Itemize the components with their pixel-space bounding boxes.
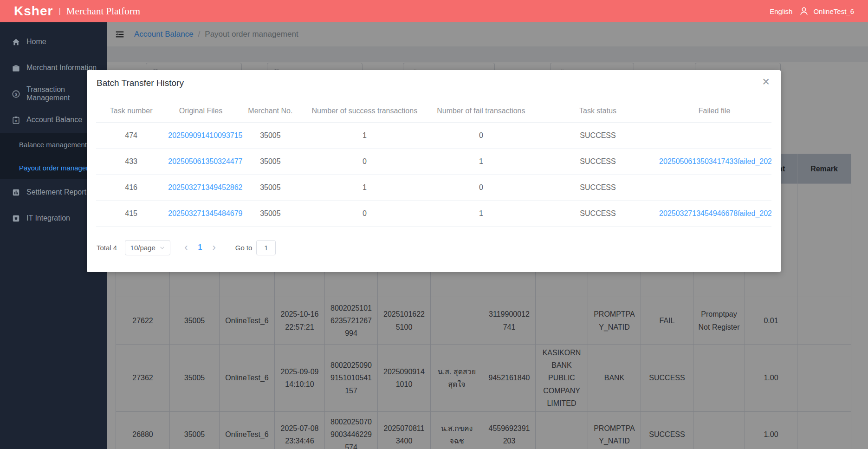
language-selector[interactable]: English	[770, 7, 792, 15]
cell-fail-count: 1	[424, 149, 538, 175]
cell-success-count: 0	[305, 201, 424, 227]
cell-merchant-no: 35005	[235, 123, 305, 149]
cell-original-file: 202509091410093715	[166, 123, 235, 149]
cell-task-status: SUCCESS	[538, 123, 657, 149]
cell-success-count: 0	[305, 149, 424, 175]
sidebar-item-label: Home	[26, 38, 46, 46]
cell-failed-file: 2025032713454946678failed_2025032	[657, 201, 771, 227]
cell-fail-count: 0	[424, 123, 538, 149]
cell-success-count: 1	[305, 175, 424, 201]
top-bar: Ksher | Merchant Platform English Online…	[0, 0, 868, 22]
report-icon	[12, 188, 20, 197]
balance-icon: ¥	[12, 116, 20, 124]
topbar-right: English OnlineTest_6	[770, 6, 854, 16]
cell-success-count: 1	[305, 123, 424, 149]
table-row: 474 202509091410093715 35005 1 0 SUCCESS	[96, 123, 771, 149]
svg-text:$: $	[15, 91, 18, 96]
chevron-down-icon	[159, 245, 165, 251]
batch-transfer-history-modal: Batch Transfer History × Task number Ori…	[87, 70, 781, 272]
sidebar-item-label: Merchant Information	[26, 64, 97, 72]
prev-page-icon[interactable]: ‹	[182, 242, 189, 253]
column-header-original-files: Original Files	[166, 99, 235, 123]
cell-task-number: 433	[96, 149, 166, 175]
page-size-select[interactable]: 10/page	[125, 240, 170, 255]
table-row: 415 202503271345484679 35005 0 1 SUCCESS…	[96, 201, 771, 227]
ksher-logo[interactable]: Ksher	[14, 5, 53, 18]
platform-title: Merchant Platform	[66, 6, 140, 17]
sidebar-item-label: IT Integration	[26, 214, 70, 222]
failed-file-link[interactable]: 2025050613503417433failed_2025050	[659, 157, 771, 165]
original-file-link[interactable]: 202505061350324477	[168, 157, 242, 165]
next-page-icon[interactable]: ›	[210, 242, 217, 253]
sidebar-item-label: Settlement Report	[26, 188, 86, 196]
cell-fail-count: 0	[424, 175, 538, 201]
user-menu[interactable]: OnlineTest_6	[799, 6, 854, 16]
integration-icon	[12, 214, 20, 223]
cell-failed-file	[657, 175, 771, 201]
cell-task-status: SUCCESS	[538, 201, 657, 227]
cell-original-file: 202503271345484679	[166, 201, 235, 227]
goto-label: Go to	[235, 244, 253, 252]
table-row: 416 202503271349452862 35005 1 0 SUCCESS	[96, 175, 771, 201]
cell-task-status: SUCCESS	[538, 149, 657, 175]
modal-title: Batch Transfer History	[97, 78, 184, 88]
merchant-icon	[12, 64, 20, 72]
column-header-success-count: Number of success transactions	[305, 99, 424, 123]
cell-fail-count: 1	[424, 201, 538, 227]
goto-page-input[interactable]	[256, 240, 276, 255]
app-window: Ksher | Merchant Platform English Online…	[0, 0, 868, 449]
column-header-failed-file: Failed file	[657, 99, 771, 123]
pagination-total: Total 4	[97, 244, 117, 252]
sidebar-subitem-label: Balance management	[19, 141, 87, 149]
cell-task-status: SUCCESS	[538, 175, 657, 201]
table-row: 433 202505061350324477 35005 0 1 SUCCESS…	[96, 149, 771, 175]
cell-failed-file: 2025050613503417433failed_2025050	[657, 149, 771, 175]
cell-original-file: 202505061350324477	[166, 149, 235, 175]
column-header-task-status: Task status	[538, 99, 657, 123]
logo-divider: |	[58, 7, 60, 16]
user-name: OnlineTest_6	[813, 7, 854, 15]
svg-text:¥: ¥	[15, 118, 17, 123]
page-number[interactable]: 1	[198, 243, 202, 252]
close-icon[interactable]: ×	[760, 74, 771, 90]
cell-task-number: 416	[96, 175, 166, 201]
original-file-link[interactable]: 202503271345484679	[168, 209, 242, 217]
user-icon	[799, 6, 809, 16]
cell-task-number: 474	[96, 123, 166, 149]
cell-task-number: 415	[96, 201, 166, 227]
failed-file-link[interactable]: 2025032713454946678failed_2025032	[659, 209, 771, 217]
original-file-link[interactable]: 202509091410093715	[168, 131, 242, 139]
original-file-link[interactable]: 202503271349452862	[168, 183, 242, 191]
batch-transfer-table: Task number Original Files Merchant No. …	[96, 99, 771, 227]
cell-merchant-no: 35005	[235, 175, 305, 201]
cell-merchant-no: 35005	[235, 149, 305, 175]
column-header-fail-count: Number of fail transactions	[424, 99, 538, 123]
transaction-icon: $	[12, 90, 20, 98]
pagination: Total 4 10/page ‹ 1 › Go to	[97, 238, 276, 257]
home-icon	[12, 38, 20, 46]
column-header-task-number: Task number	[96, 99, 166, 123]
cell-merchant-no: 35005	[235, 201, 305, 227]
sidebar-item-home[interactable]: Home	[0, 29, 107, 55]
page-size-value: 10/page	[130, 244, 155, 252]
cell-original-file: 202503271349452862	[166, 175, 235, 201]
sidebar-item-label: Account Balance	[26, 116, 82, 124]
modal-table-header-row: Task number Original Files Merchant No. …	[96, 99, 771, 123]
cell-failed-file	[657, 123, 771, 149]
column-header-merchant-no: Merchant No.	[235, 99, 305, 123]
